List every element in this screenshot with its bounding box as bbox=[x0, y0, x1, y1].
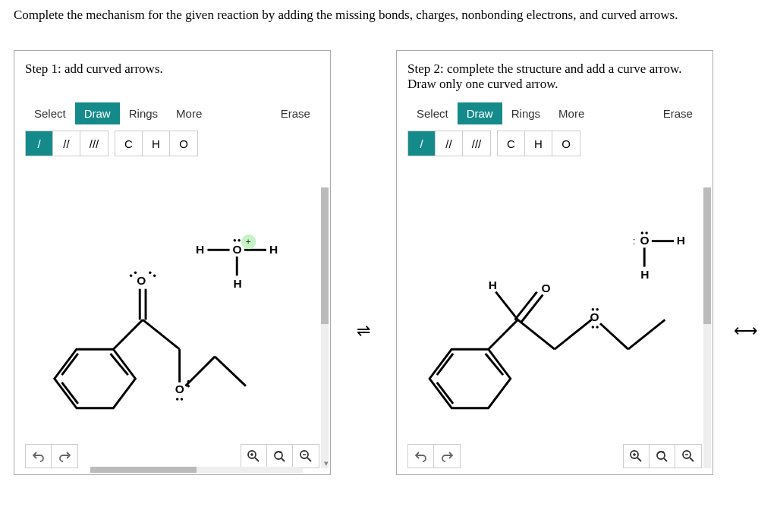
step1-panel: Step 1: add curved arrows. Select Draw R… bbox=[14, 50, 331, 475]
atom-o-button[interactable]: O bbox=[552, 131, 580, 156]
svg-point-21 bbox=[238, 239, 240, 241]
undo-button[interactable] bbox=[26, 445, 52, 467]
double-bond-button[interactable]: // bbox=[436, 131, 463, 156]
bond-group: / // /// bbox=[25, 131, 109, 156]
cdbl-o-label: O bbox=[541, 282, 550, 294]
equilibrium-arrow: ⇌ bbox=[346, 50, 381, 475]
svg-line-40 bbox=[489, 320, 518, 349]
scrollbar-horizontal[interactable] bbox=[90, 467, 303, 473]
double-bond-button[interactable]: // bbox=[53, 131, 80, 156]
zoom-out-button[interactable] bbox=[675, 445, 701, 467]
tab-more[interactable]: More bbox=[549, 102, 593, 124]
svg-line-9 bbox=[185, 357, 215, 386]
step2-panel: Step 2: complete the structure and add a… bbox=[396, 50, 713, 475]
zoom-in-button[interactable] bbox=[624, 445, 650, 467]
ketone-o-label: O bbox=[137, 274, 146, 287]
svg-text::: : bbox=[633, 235, 636, 247]
atom-c-button[interactable]: C bbox=[115, 131, 143, 156]
tab-rings[interactable]: Rings bbox=[502, 102, 549, 124]
svg-line-41 bbox=[517, 320, 554, 349]
top-h-label: H bbox=[489, 279, 497, 291]
svg-line-4 bbox=[113, 320, 143, 349]
svg-point-14 bbox=[153, 274, 156, 276]
svg-point-12 bbox=[134, 272, 137, 274]
svg-point-17 bbox=[187, 385, 189, 387]
redo-button[interactable] bbox=[52, 445, 77, 467]
step2-tools: / // /// C H O bbox=[407, 131, 702, 156]
scrollbar-vertical[interactable] bbox=[703, 187, 711, 468]
water-h2-label: H bbox=[269, 243, 278, 256]
step1-tabs: Select Draw Rings More bbox=[25, 102, 211, 124]
undo-button[interactable] bbox=[408, 445, 434, 467]
single-bond-button[interactable]: / bbox=[26, 131, 53, 156]
svg-point-53 bbox=[641, 231, 643, 234]
svg-line-34 bbox=[307, 458, 311, 461]
step1-bottom-bar bbox=[25, 444, 319, 468]
step1-tabs-row: Select Draw Rings More Erase bbox=[25, 102, 319, 124]
bidir-arrow: ⟷ bbox=[728, 50, 763, 475]
ether-o-label: O bbox=[590, 310, 599, 323]
zoom-group bbox=[241, 444, 319, 468]
redo-button[interactable] bbox=[434, 445, 460, 467]
svg-line-65 bbox=[690, 458, 694, 461]
svg-point-50 bbox=[592, 326, 594, 328]
oh-sub-h-label: H bbox=[640, 268, 649, 281]
erase-button[interactable]: Erase bbox=[272, 102, 319, 124]
erase-button[interactable]: Erase bbox=[654, 102, 702, 124]
water-h3-label: H bbox=[233, 277, 241, 290]
svg-line-45 bbox=[555, 320, 591, 349]
atom-c-button[interactable]: C bbox=[498, 131, 525, 156]
step2-title: Step 2: complete the structure and add a… bbox=[407, 61, 702, 95]
instruction-text: Complete the mechanism for the given rea… bbox=[0, 0, 777, 27]
svg-point-18 bbox=[187, 380, 189, 382]
svg-point-20 bbox=[234, 239, 236, 241]
single-bond-button[interactable]: / bbox=[408, 131, 436, 156]
svg-line-62 bbox=[664, 458, 667, 461]
tab-draw[interactable]: Draw bbox=[458, 102, 502, 124]
svg-line-58 bbox=[637, 458, 641, 461]
zoom-out-button[interactable] bbox=[293, 445, 319, 467]
svg-line-27 bbox=[255, 458, 259, 461]
step2-tabs: Select Draw Rings More bbox=[407, 102, 593, 124]
panel-row: Step 1: add curved arrows. Select Draw R… bbox=[0, 27, 777, 475]
ether-o-label: O bbox=[175, 382, 184, 395]
zoom-reset-button[interactable] bbox=[650, 445, 675, 467]
step1-tools: / // /// C H O bbox=[25, 131, 319, 156]
svg-text:+: + bbox=[246, 236, 251, 246]
atom-h-button[interactable]: H bbox=[143, 131, 170, 156]
svg-line-10 bbox=[215, 357, 246, 386]
zoom-in-button[interactable] bbox=[241, 445, 267, 467]
tab-select[interactable]: Select bbox=[25, 102, 75, 124]
water-h1-label: H bbox=[196, 243, 204, 256]
svg-line-47 bbox=[628, 320, 665, 349]
svg-point-16 bbox=[181, 398, 183, 400]
step2-canvas[interactable]: H O O O : H H bbox=[407, 161, 702, 449]
zoom-reset-button[interactable] bbox=[267, 445, 293, 467]
svg-line-5 bbox=[143, 320, 179, 349]
triple-bond-button[interactable]: /// bbox=[463, 131, 490, 156]
step2-bottom-bar bbox=[407, 444, 702, 468]
undo-redo-group bbox=[25, 444, 78, 468]
oh-h-label: H bbox=[677, 234, 685, 247]
atom-group: C H O bbox=[497, 131, 580, 156]
svg-point-13 bbox=[149, 272, 151, 274]
tab-rings[interactable]: Rings bbox=[120, 102, 167, 124]
tab-draw[interactable]: Draw bbox=[75, 102, 120, 124]
svg-point-15 bbox=[176, 398, 178, 400]
svg-marker-0 bbox=[55, 349, 136, 408]
scroll-corner-icon: ▾ bbox=[324, 458, 329, 468]
svg-marker-36 bbox=[429, 349, 511, 408]
svg-point-49 bbox=[596, 308, 598, 310]
tab-more[interactable]: More bbox=[167, 102, 211, 124]
svg-line-44 bbox=[495, 292, 517, 320]
triple-bond-button[interactable]: /// bbox=[80, 131, 108, 156]
tab-select[interactable]: Select bbox=[407, 102, 458, 124]
svg-line-31 bbox=[282, 458, 285, 461]
scrollbar-vertical[interactable] bbox=[321, 187, 329, 468]
atom-h-button[interactable]: H bbox=[525, 131, 552, 156]
svg-point-48 bbox=[592, 308, 594, 310]
atom-group: C H O bbox=[115, 131, 198, 156]
bond-group: / // /// bbox=[407, 131, 491, 156]
atom-o-button[interactable]: O bbox=[170, 131, 197, 156]
step1-canvas[interactable]: O O H O H H + bbox=[25, 161, 319, 449]
